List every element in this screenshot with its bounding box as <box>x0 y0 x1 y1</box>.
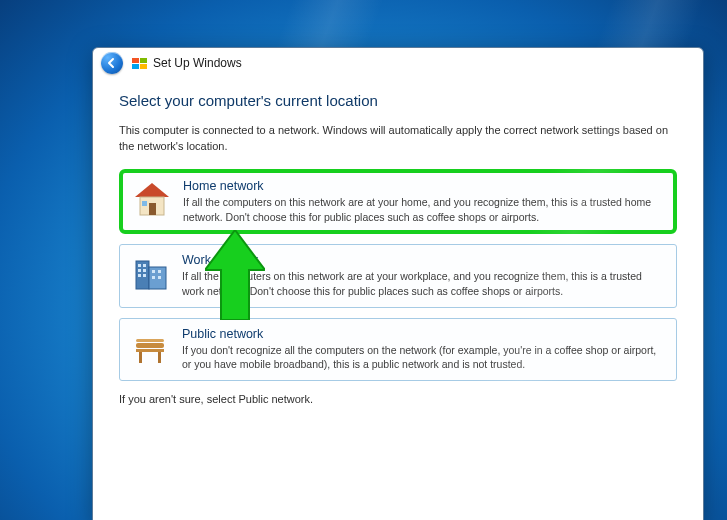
option-home-text: Home network If all the computers on thi… <box>183 179 665 224</box>
window-title: Set Up Windows <box>153 56 242 70</box>
setup-window: Set Up Windows Select your computer's cu… <box>92 47 704 520</box>
svg-marker-0 <box>135 183 169 197</box>
option-home-network[interactable]: Home network If all the computers on thi… <box>119 169 677 234</box>
option-work-text: Work network If all the computers on thi… <box>182 253 666 298</box>
option-public-text: Public network If you don't recognize al… <box>182 327 666 372</box>
svg-rect-20 <box>158 352 161 363</box>
windows-flag-icon <box>131 57 147 69</box>
option-public-desc: If you don't recognize all the computers… <box>182 343 666 372</box>
svg-rect-21 <box>136 339 164 342</box>
footer-note: If you aren't sure, select Public networ… <box>119 393 677 405</box>
svg-rect-12 <box>143 274 146 277</box>
svg-rect-8 <box>143 264 146 267</box>
work-icon <box>130 253 172 295</box>
svg-rect-6 <box>149 267 166 289</box>
back-arrow-icon <box>106 57 118 69</box>
svg-rect-17 <box>136 343 164 348</box>
option-home-title: Home network <box>183 179 665 193</box>
svg-rect-18 <box>136 349 164 352</box>
option-work-desc: If all the computers on this network are… <box>182 269 666 298</box>
svg-rect-10 <box>143 269 146 272</box>
page-intro: This computer is connected to a network.… <box>119 123 677 155</box>
page-heading: Select your computer's current location <box>119 92 677 109</box>
svg-rect-9 <box>138 269 141 272</box>
svg-rect-19 <box>139 352 142 363</box>
svg-rect-5 <box>136 261 149 289</box>
svg-rect-11 <box>138 274 141 277</box>
option-public-network[interactable]: Public network If you don't recognize al… <box>119 318 677 381</box>
svg-rect-3 <box>142 201 147 206</box>
content-area: Select your computer's current location … <box>93 78 703 405</box>
svg-rect-7 <box>138 264 141 267</box>
option-public-title: Public network <box>182 327 666 341</box>
svg-rect-15 <box>152 276 155 279</box>
public-icon <box>130 327 172 369</box>
option-home-desc: If all the computers on this network are… <box>183 195 665 224</box>
svg-rect-14 <box>158 270 161 273</box>
option-work-title: Work network <box>182 253 666 267</box>
option-work-network[interactable]: Work network If all the computers on thi… <box>119 244 677 307</box>
home-icon <box>131 179 173 221</box>
window-header: Set Up Windows <box>93 48 703 78</box>
back-button[interactable] <box>101 52 123 74</box>
svg-rect-16 <box>158 276 161 279</box>
svg-rect-13 <box>152 270 155 273</box>
svg-rect-2 <box>149 203 156 215</box>
